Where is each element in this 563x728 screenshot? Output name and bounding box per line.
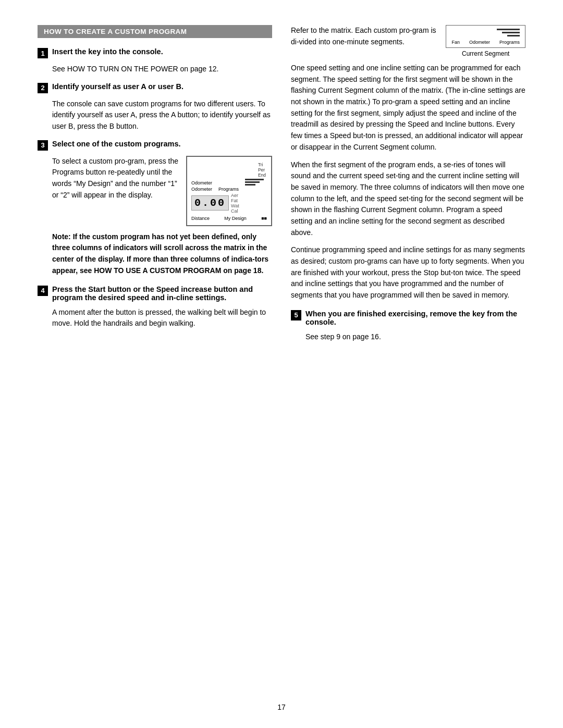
step-1-body: See HOW TO TURN ON THE POWER on page 12. xyxy=(52,64,272,75)
right-col-intro: Refer to the matrix. Each custom pro-gra… xyxy=(291,25,525,57)
page: HOW TO CREATE A CUSTOM PROGRAM 1 Insert … xyxy=(0,0,563,728)
step-3-body: To select a custom pro-gram, press the P… xyxy=(52,156,180,201)
console-top-label: TriPerEnd xyxy=(258,162,266,178)
right-intro-text: Refer to the matrix. Each custom pro-gra… xyxy=(291,25,438,47)
matrix-diagram-wrapper: Fan Odometer Programs Current Segment xyxy=(446,25,525,57)
step-2-title: Identify yourself as user A or user B. xyxy=(52,82,183,91)
current-segment-label: Current Segment xyxy=(446,50,525,57)
step-2: 2 Identify yourself as user A or user B. xyxy=(38,82,272,93)
programs-bars xyxy=(245,179,264,186)
step-1-number: 1 xyxy=(38,48,48,58)
mydesign-label: My Design xyxy=(224,216,247,221)
console-programs-text: Programs xyxy=(218,187,239,192)
step-3-title: Select one of the custom programs. xyxy=(52,140,181,148)
step-4: 4 Press the Start button or the Speed in… xyxy=(38,285,272,302)
step-3-number: 3 xyxy=(38,140,48,151)
console-odometer-text: Odometer xyxy=(191,187,212,192)
step-1: 1 Insert the key into the console. xyxy=(38,47,272,58)
step-4-number: 4 xyxy=(38,286,48,296)
matrix-fan-label: Fan xyxy=(451,40,460,45)
step-2-number: 2 xyxy=(38,83,48,93)
right-para-2: When the first segment of the program en… xyxy=(291,159,525,239)
step-5-title: When you are finished exercising, remove… xyxy=(305,310,525,326)
step-4-body: A moment after the button is pressed, th… xyxy=(52,307,272,329)
step-4-title: Press the Start button or the Speed incr… xyxy=(52,285,272,302)
console-diagram: TriPerEnd Odometer Odometer xyxy=(186,156,272,226)
section-header: HOW TO CREATE A CUSTOM PROGRAM xyxy=(38,25,272,38)
step-3-content: To select a custom pro-gram, press the P… xyxy=(52,156,272,226)
step-3: 3 Select one of the custom programs. xyxy=(38,140,272,151)
left-column: HOW TO CREATE A CUSTOM PROGRAM 1 Insert … xyxy=(38,25,272,342)
console-dots: ■■ xyxy=(261,216,267,221)
right-para-3: Continue programming speed and incline s… xyxy=(291,244,525,301)
matrix-box: Fan Odometer Programs xyxy=(446,25,525,48)
console-right-labels: AerFatWatCal xyxy=(231,193,239,214)
page-number: 17 xyxy=(0,703,563,711)
step-5: 5 When you are finished exercising, remo… xyxy=(291,310,525,326)
right-column: Refer to the matrix. Each custom pro-gra… xyxy=(291,25,525,342)
distance-label: Distance xyxy=(191,216,210,221)
step-1-title: Insert the key into the console. xyxy=(52,47,163,56)
matrix-programs-label: Programs xyxy=(499,40,520,45)
step-2-body: The console can save custom programs for… xyxy=(52,98,272,132)
step-5-body: See step 9 on page 16. xyxy=(305,331,525,343)
right-para-1: One speed setting and one incline settin… xyxy=(291,63,525,153)
odometer-label: Odometer xyxy=(191,180,212,186)
step-3-note: Note: If the custom program has not yet … xyxy=(52,231,272,277)
step-5-number: 5 xyxy=(291,310,301,320)
matrix-odometer-label: Odometer xyxy=(469,40,490,45)
console-display-num: 0.00 xyxy=(191,195,229,211)
